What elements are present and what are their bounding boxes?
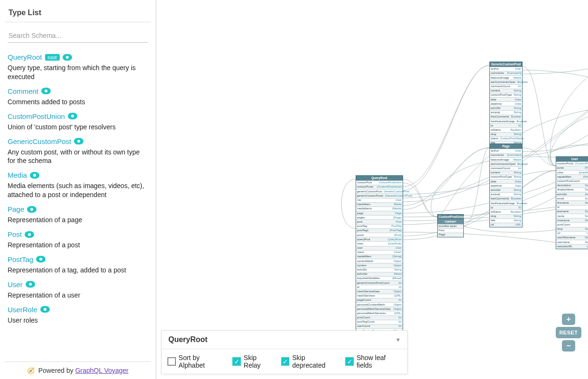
node-field[interactable]: roles[UserRole]: [356, 241, 403, 245]
node-field[interactable]: mediaItemMedia: [356, 202, 403, 207]
eye-icon[interactable]: [68, 113, 77, 119]
node-field[interactable]: Post: [438, 228, 463, 233]
node-field[interactable]: nicenameString: [556, 218, 588, 222]
node-field[interactable]: contextObject: [356, 263, 403, 267]
node-field[interactable]: userCountInt: [356, 324, 403, 328]
node-field[interactable]: authorUser: [490, 149, 522, 153]
node-field[interactable]: userUser: [356, 246, 403, 250]
node-field[interactable]: meshServiceDataObject: [356, 289, 403, 293]
node-field[interactable]: slugString: [490, 132, 522, 136]
eye-icon[interactable]: [36, 256, 46, 262]
node-field[interactable]: customPostCustomPostUnion: [356, 180, 403, 185]
node-field[interactable]: firstnameString: [556, 200, 588, 205]
node-field[interactable]: lastnameString: [556, 209, 588, 214]
eye-icon[interactable]: [40, 306, 50, 313]
node-field[interactable]: customPostTypeString: [490, 93, 522, 97]
node-field[interactable]: contentString: [490, 89, 522, 93]
node-field[interactable]: idID: [556, 205, 588, 209]
node-field[interactable]: exportedVariables[Mixed]: [356, 276, 403, 280]
checkbox-icon[interactable]: ✓: [345, 357, 354, 366]
node-field[interactable]: commentCountInt: [490, 84, 522, 89]
node-field[interactable]: userNicenameString: [556, 235, 588, 240]
option-skip-deprecated[interactable]: ✓Skip deprecated: [281, 354, 339, 369]
node-field[interactable]: hasCommentsBoolean: [490, 197, 522, 201]
type-link[interactable]: GenericCustomPost: [8, 137, 83, 145]
eye-icon[interactable]: [26, 281, 35, 288]
node-field[interactable]: posts[Post]: [556, 166, 588, 170]
node-field[interactable]: comments[Comment]: [490, 71, 522, 75]
node-field[interactable]: urlURL: [556, 231, 588, 235]
node-field[interactable]: authorUser: [490, 67, 522, 71]
node-field[interactable]: hasFeaturedImageBoolean: [490, 119, 522, 123]
node-field[interactable]: customPostTypeString: [490, 175, 522, 179]
node-field[interactable]: idID: [490, 205, 522, 209]
node-field[interactable]: titleString: [490, 218, 522, 223]
node-field[interactable]: contentString: [490, 171, 522, 175]
node-field[interactable]: Page: [438, 233, 463, 237]
checkbox-icon[interactable]: [167, 357, 176, 366]
node-field[interactable]: echoVarMixed: [356, 272, 403, 276]
node-field[interactable]: meshServices[URL]: [356, 294, 403, 298]
eye-icon[interactable]: [30, 172, 39, 179]
node-field[interactable]: urlURL: [490, 223, 522, 227]
node-field[interactable]: slugString: [556, 227, 588, 231]
node-field[interactable]: postCountInt: [556, 222, 588, 226]
node-field[interactable]: slugString: [490, 214, 522, 218]
node-field[interactable]: dateDate: [490, 97, 522, 101]
node-field[interactable]: statusCustomPostStatus: [490, 136, 522, 141]
node-field[interactable]: hasFeaturedImageBoolean: [490, 201, 522, 205]
node-field[interactable]: echoStrString: [556, 192, 588, 196]
node-field[interactable]: featuredImageMedia: [490, 75, 522, 80]
graph-node-Page[interactable]: PageauthorUsercomments[Comment]featuredI…: [489, 144, 523, 227]
node-field[interactable]: postCountInt: [356, 316, 403, 320]
type-link[interactable]: Comment: [8, 87, 51, 95]
node-field[interactable]: usernameString: [556, 240, 588, 244]
node-field[interactable]: areCommentsOpenBoolean: [490, 162, 522, 166]
node-field[interactable]: mediaItems[Media]: [356, 207, 403, 211]
node-field[interactable]: genericCustomPosts[GenericCustomPost]: [356, 193, 403, 198]
node-field[interactable]: customPostCountInt: [556, 179, 588, 183]
node-field[interactable]: genericCustomPostCountInt: [356, 280, 403, 285]
node-field[interactable]: comments[Comment]: [490, 153, 522, 157]
node-field[interactable]: idID: [356, 285, 403, 289]
node-field[interactable]: echoStrString: [490, 106, 522, 110]
node-field[interactable]: featuredImageMedia: [490, 157, 522, 162]
node-field[interactable]: isStatusBoolean: [490, 209, 522, 214]
node-field[interactable]: genericCustomPostGenericCustomPost: [356, 189, 403, 193]
type-link[interactable]: Post: [8, 230, 34, 238]
node-field[interactable]: personalMeshServiceDataObject: [356, 307, 403, 311]
node-field[interactable]: dateDate: [490, 179, 522, 183]
node-field[interactable]: postTags[PostTag]: [356, 228, 403, 233]
checkbox-icon[interactable]: ✓: [281, 357, 290, 366]
graph-canvas[interactable]: QueryRootcustomPostCustomPostUnioncustom…: [156, 0, 588, 379]
graph-node-User[interactable]: UsercustomPosts[CustomPostUnion]posts[Po…: [556, 156, 588, 249]
type-link[interactable]: Media: [8, 171, 39, 179]
graph-node-QueryRoot[interactable]: QueryRootcustomPostCustomPostUnioncustom…: [356, 175, 403, 338]
node-field[interactable]: capabilities[String]: [556, 174, 588, 179]
search-input[interactable]: [8, 29, 148, 43]
node-field[interactable]: hasCommentsBoolean: [490, 115, 522, 119]
node-field[interactable]: isStatusBoolean: [490, 127, 522, 132]
type-link[interactable]: CustomPostUnion: [8, 112, 77, 120]
eye-icon[interactable]: [25, 231, 34, 238]
node-field[interactable]: personalMeshServices[URL]: [356, 311, 403, 315]
node-field[interactable]: excerptString: [490, 110, 522, 115]
node-field[interactable]: meUser: [356, 198, 403, 202]
node-field[interactable]: commentCountInt: [490, 166, 522, 171]
node-field[interactable]: pageCountInt: [356, 298, 403, 302]
node-field[interactable]: pages[Page]: [356, 215, 403, 219]
node-field[interactable]: postTagCountInt: [356, 320, 403, 324]
node-field[interactable]: posts[Post]: [356, 233, 403, 237]
zoom-out-button[interactable]: −: [562, 340, 575, 352]
type-link[interactable]: PostTag: [8, 255, 46, 263]
voyager-link[interactable]: GraphQL Voyager: [75, 367, 129, 374]
node-field[interactable]: echoStrString: [356, 268, 403, 272]
type-link[interactable]: User: [8, 280, 35, 289]
type-link[interactable]: Page: [8, 205, 37, 213]
eye-icon[interactable]: [41, 88, 51, 94]
node-field[interactable]: idID: [490, 123, 522, 127]
node-field[interactable]: roles[UserRole]: [556, 170, 588, 174]
node-field[interactable]: personalContentMeshObject: [356, 302, 403, 307]
option-skip-relay[interactable]: ✓Skip Relay: [232, 354, 274, 369]
node-field[interactable]: areCommentsOpenBoolean: [490, 80, 522, 84]
